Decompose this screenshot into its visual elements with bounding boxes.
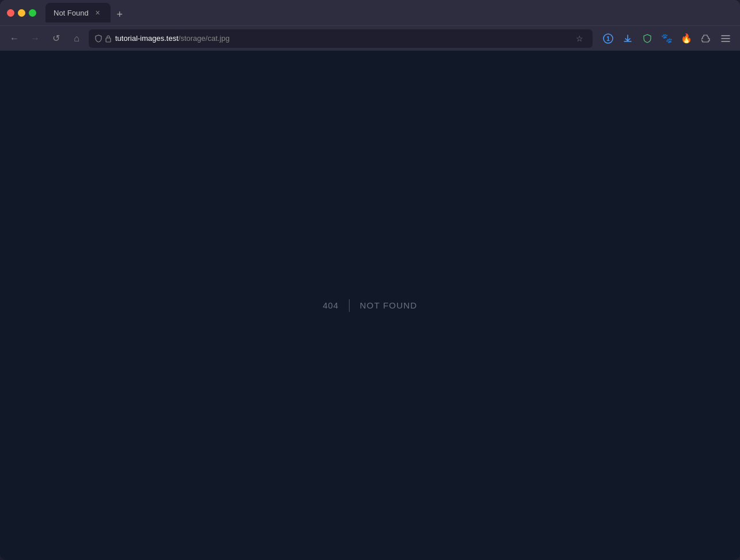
browser-window: Not Found × + ← → ↺ ⌂ [0,0,740,560]
menu-button[interactable] [717,30,734,47]
password-manager-icon[interactable]: 1 [599,30,617,47]
reload-button[interactable]: ↺ [47,30,64,47]
tab-title: Not Found [54,9,89,17]
download-icon[interactable] [619,30,636,47]
error-code: 404 [323,300,349,310]
address-icons [94,35,112,43]
svg-text:1: 1 [606,36,610,42]
url-path: /storage/cat.jpg [179,34,230,43]
shield-security-icon [94,35,103,43]
active-tab[interactable]: Not Found × [45,3,111,22]
maximize-button[interactable] [29,9,36,17]
error-text: NOT FOUND [360,300,418,310]
forward-button[interactable]: → [26,30,44,47]
home-button[interactable]: ⌂ [68,30,85,47]
page-content: 404 NOT FOUND [0,51,740,560]
toolbar-icons: 1 🐾 🔥 [599,30,734,47]
extensions-icon[interactable] [697,30,715,47]
lock-icon [105,35,112,43]
close-button[interactable] [7,9,14,17]
minimize-button[interactable] [18,9,25,17]
back-button[interactable]: ← [6,30,23,47]
security-extension-icon[interactable] [639,30,656,47]
new-tab-button[interactable]: + [112,6,128,22]
error-container: 404 NOT FOUND [323,299,418,312]
tab-bar: Not Found × + [45,3,733,22]
traffic-lights [7,9,36,17]
title-bar: Not Found × + [0,0,740,25]
nav-bar: ← → ↺ ⌂ tutorial [0,25,740,51]
paw-extension-icon[interactable]: 🐾 [658,30,676,47]
adblocker-icon[interactable]: 🔥 [678,30,695,47]
tab-close-button[interactable]: × [93,8,103,17]
address-bar[interactable]: tutorial-images.test/storage/cat.jpg ☆ [89,29,593,48]
error-divider [349,299,350,312]
svg-rect-0 [106,38,111,42]
bookmark-button[interactable]: ☆ [572,33,587,44]
url-text[interactable]: tutorial-images.test/storage/cat.jpg [115,34,569,43]
url-domain: tutorial-images.test [115,34,179,43]
